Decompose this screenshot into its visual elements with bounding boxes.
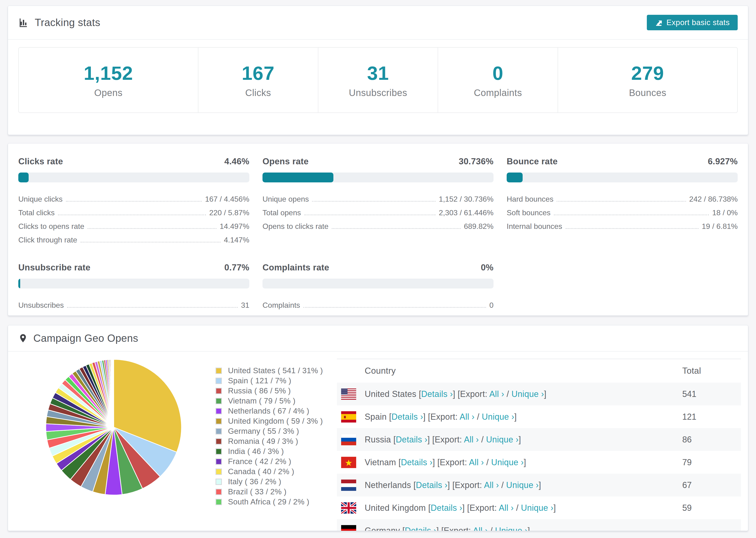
rate-value: 0% — [481, 263, 494, 273]
rate-detail-row: Opens to clicks rate 689.82% — [262, 219, 494, 232]
legend-item: Brazil ( 33 / 2% ) — [216, 487, 323, 497]
rate-detail-label: Total opens — [262, 208, 301, 219]
country-flag-icon — [341, 389, 356, 400]
geo-header: Campaign Geo Opens — [8, 325, 748, 351]
table-row: Russia [Details ›] [Export: All › / Uniq… — [337, 428, 741, 451]
legend-label: Romania ( 49 / 3% ) — [228, 437, 298, 446]
legend-label: Canada ( 40 / 2% ) — [228, 467, 294, 476]
legend-swatch — [216, 398, 222, 404]
details-link[interactable]: Details › — [431, 503, 462, 512]
rate-detail-value: 242 / 86.738% — [689, 195, 738, 205]
rate-progress-fill — [18, 173, 28, 183]
export-unique-link[interactable]: Unique › — [486, 435, 518, 444]
geo-pie-chart[interactable] — [44, 357, 184, 497]
export-unique-link[interactable]: Unique › — [495, 526, 527, 531]
rate-detail-label: Internal bounces — [507, 222, 562, 232]
country-total: 67 — [682, 480, 741, 490]
pie-slice[interactable] — [113, 359, 114, 427]
details-link[interactable]: Details › — [421, 389, 453, 399]
export-all-link[interactable]: All › — [460, 412, 475, 422]
export-unique-link[interactable]: Unique › — [521, 503, 553, 512]
dotted-leader — [58, 215, 206, 215]
dotted-leader — [312, 201, 435, 202]
details-link[interactable]: Details › — [392, 412, 423, 422]
export-all-link[interactable]: All › — [489, 389, 504, 399]
rate-block: Opens rate 30.736% Unique opens 1,152 / … — [262, 157, 494, 246]
details-link[interactable]: Details › — [416, 480, 448, 490]
legend-label: France ( 42 / 2% ) — [228, 457, 291, 466]
stat-cell: 0 Complaints — [438, 48, 558, 112]
column-header-total: Total — [682, 366, 741, 376]
dotted-leader — [66, 201, 202, 202]
export-unique-link[interactable]: Unique › — [482, 412, 514, 422]
legend-item: Spain ( 121 / 7% ) — [216, 376, 323, 386]
dotted-leader — [67, 307, 238, 308]
rate-title: Bounce rate — [507, 157, 558, 166]
legend-label: Russia ( 86 / 5% ) — [228, 386, 291, 395]
legend-item: United States ( 541 / 31% ) — [216, 366, 323, 376]
geo-content: United States ( 541 / 31% ) Spain ( 121 … — [8, 351, 748, 531]
rate-detail-value: 18 / 0% — [712, 208, 738, 219]
details-link[interactable]: Details › — [401, 457, 432, 467]
country-name: Germany — [365, 526, 400, 531]
legend-item: Germany ( 55 / 3% ) — [216, 426, 323, 436]
rate-detail-row: Hard bounces 242 / 86.738% — [507, 191, 738, 205]
details-link[interactable]: Details › — [396, 435, 428, 444]
rate-progress-track — [18, 279, 249, 289]
country-name: Netherlands — [365, 480, 411, 490]
details-link[interactable]: Details › — [405, 526, 436, 531]
export-all-link[interactable]: All › — [469, 457, 484, 467]
country-total: 79 — [682, 457, 741, 467]
stat-value: 279 — [631, 62, 664, 84]
rate-title: Unsubscribe rate — [18, 263, 90, 273]
rate-detail-row: Unique clicks 167 / 4.456% — [18, 191, 249, 205]
country-total: 121 — [682, 412, 741, 422]
export-button-label: Export basic stats — [667, 18, 730, 27]
legend-swatch — [216, 428, 222, 435]
dotted-leader — [304, 215, 436, 215]
export-all-link[interactable]: All › — [499, 503, 514, 512]
table-row: Vietnam [Details ›] [Export: All › / Uni… — [337, 451, 741, 474]
legend-item: South Africa ( 29 / 2% ) — [216, 497, 323, 507]
rate-detail-value: 31 — [241, 301, 249, 311]
rate-detail-label: Click through rate — [18, 236, 77, 246]
rate-value: 0.77% — [225, 263, 249, 273]
dotted-leader — [332, 228, 460, 229]
country-flag-icon — [341, 411, 356, 422]
export-unique-link[interactable]: Unique › — [491, 457, 523, 467]
legend-swatch — [216, 418, 222, 424]
rate-progress-track — [507, 173, 738, 183]
legend-label: Spain ( 121 / 7% ) — [228, 376, 291, 385]
stat-label: Bounces — [629, 87, 666, 98]
legend-item: Vietnam ( 79 / 5% ) — [216, 396, 323, 406]
legend-item: Netherlands ( 67 / 4% ) — [216, 406, 323, 416]
country-name: United States — [365, 389, 416, 399]
stat-cell: 1,152 Opens — [19, 48, 198, 112]
stat-value: 0 — [492, 62, 503, 84]
export-unique-link[interactable]: Unique › — [506, 480, 539, 490]
rate-title: Clicks rate — [18, 157, 63, 166]
legend-swatch — [216, 378, 222, 384]
rate-detail-value: 0 — [489, 301, 494, 311]
header-divider — [8, 39, 748, 40]
tracking-stats-card: Tracking stats Export basic stats 1,152 … — [8, 6, 748, 135]
stat-label: Clicks — [245, 87, 271, 98]
stat-cell: 31 Unsubscribes — [318, 48, 438, 112]
export-basic-stats-button[interactable]: Export basic stats — [647, 15, 738, 30]
rate-detail-label: Hard bounces — [507, 195, 553, 205]
country-name: Russia — [365, 435, 391, 444]
stat-value: 1,152 — [83, 62, 133, 84]
export-all-link[interactable]: All › — [484, 480, 499, 490]
legend-label: India ( 46 / 3% ) — [228, 447, 284, 456]
export-all-link[interactable]: All › — [464, 435, 479, 444]
rate-detail-label: Soft bounces — [507, 208, 551, 219]
table-row: Germany [Details ›] [Export: All › / Uni… — [337, 519, 741, 531]
table-row: United States [Details ›] [Export: All ›… — [337, 383, 741, 405]
export-unique-link[interactable]: Unique › — [512, 389, 544, 399]
legend-item: Russia ( 86 / 5% ) — [216, 386, 323, 396]
rate-detail-row: Unique opens 1,152 / 30.736% — [262, 191, 494, 205]
country-total: 86 — [682, 435, 741, 445]
stat-label: Complaints — [474, 87, 522, 98]
export-all-link[interactable]: All › — [473, 526, 488, 531]
rate-detail-label: Unsubscribes — [18, 301, 64, 311]
